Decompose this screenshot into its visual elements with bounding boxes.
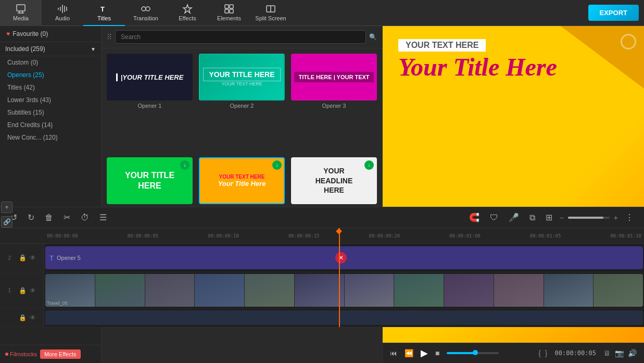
nav-media[interactable]: Media: [0, 0, 42, 26]
preview-main-title: Your Title Here: [398, 55, 557, 80]
track-controls-audio: 🔒 👁: [0, 309, 44, 327]
video-clip-label: Travel_05: [47, 301, 68, 306]
video-frame: [145, 274, 195, 307]
ruler-mark-4: 00:00:00:20: [369, 233, 400, 243]
nav-elements-label: Elements: [217, 15, 241, 21]
opener2-label: Opener 2: [199, 103, 285, 109]
video-frame: [295, 274, 345, 307]
nav-splitscreen[interactable]: Split Screen: [250, 0, 292, 26]
zoom-fill: [568, 217, 603, 219]
split-marker[interactable]: ✕: [335, 252, 347, 264]
drag-handle-icon: ⠿: [107, 33, 112, 41]
sidebar-item-openers[interactable]: Openers (25): [0, 69, 101, 81]
video-frame: Travel_05: [45, 274, 95, 307]
sidebar-item-titles[interactable]: Titles (42): [0, 81, 101, 94]
link-button[interactable]: 🔗: [1, 216, 12, 228]
title-clip-label: Opener 5: [57, 255, 81, 261]
video-frame: [594, 274, 643, 307]
nav-titles-label: Titles: [97, 15, 111, 21]
opener6-text: YOURHEADLINEHERE: [315, 166, 353, 195]
opener5-thumbnail[interactable]: YOUR TEXT HERE Your Title Here ↓: [199, 157, 285, 204]
magnet-button[interactable]: 🧲: [466, 210, 483, 224]
svg-point-3: [146, 7, 150, 11]
track-controls-2: 2 🔒 👁: [0, 244, 44, 272]
timeline: 00:00:00:00 00:00:00:05 00:00:00:10 00:0…: [0, 228, 644, 327]
settings-button[interactable]: ☰: [96, 210, 110, 224]
shield-button[interactable]: 🛡: [487, 211, 501, 224]
list-item[interactable]: |YOUR TITLE HERE Opener 1: [107, 54, 193, 151]
mic-button[interactable]: 🎤: [506, 210, 522, 224]
track-body-title: T Opener 5 ✕: [44, 244, 644, 272]
opener2-thumbnail[interactable]: YOUR TITLE HERE YOUR TEXT HERE: [199, 54, 285, 101]
video-clip[interactable]: Travel_05: [45, 274, 643, 307]
zoom-slider[interactable]: [568, 217, 610, 219]
ruler-mark-5: 00:00:01:00: [449, 233, 481, 243]
delete-button[interactable]: 🗑: [42, 211, 56, 224]
opener5-text: Your Title Here: [218, 180, 266, 187]
sidebar-item-custom[interactable]: Custom (0): [0, 56, 101, 69]
video-frame: [444, 274, 494, 307]
video-frame: [245, 274, 295, 307]
ruler-mark-2: 00:00:00:10: [208, 233, 239, 243]
preview-deco-circle: [621, 34, 636, 49]
list-item[interactable]: TITLE HERE | YOUR TEXT Opener 3: [291, 54, 377, 151]
opener2-subtext: YOUR TEXT HERE: [221, 81, 262, 86]
extend-button[interactable]: ⊞: [542, 210, 555, 224]
sidebar-favourite[interactable]: ♥ Favourite (0): [0, 26, 101, 42]
svg-rect-0: [17, 5, 25, 11]
bottom-section: ↺ ↻ 🗑 ✂ ⏱ ☰ 🧲 🛡 🎤 ⧉ ⊞ − + ⋮ 00:00:00:00 …: [0, 207, 644, 363]
nav-titles[interactable]: T Titles: [83, 0, 125, 26]
nav-elements[interactable]: Elements: [208, 0, 250, 26]
svg-text:T: T: [100, 5, 105, 13]
track-controls-1: 1 🔒 👁: [0, 272, 44, 308]
more-button[interactable]: ⋮: [622, 210, 637, 224]
track-number-2: 2: [8, 255, 16, 261]
zoom-out-icon[interactable]: −: [560, 214, 564, 222]
opener6-thumbnail[interactable]: YOURHEADLINEHERE ↓: [291, 157, 377, 204]
sidebar-item-subtitles[interactable]: Subtitles (15): [0, 106, 101, 119]
opener3-label: Opener 3: [291, 103, 377, 109]
sidebar-item-newconc[interactable]: New Conc... (120): [0, 131, 101, 144]
nav-audio[interactable]: Audio: [42, 0, 83, 26]
track-eye-icon[interactable]: 👁: [30, 254, 36, 261]
svg-rect-5: [225, 5, 229, 8]
opener4-text: YOUR TITLEHERE: [125, 170, 174, 190]
history-button[interactable]: ⏱: [78, 211, 92, 224]
track-body-audio: [44, 309, 644, 327]
search-icon: 🔍: [369, 33, 377, 41]
track-eye-icon-1[interactable]: 👁: [30, 287, 36, 294]
list-item[interactable]: YOUR TITLE HERE YOUR TEXT HERE Opener 2: [199, 54, 285, 151]
timeline-track-audio: 🔒 👁: [0, 309, 644, 327]
opener1-text: |YOUR TITLE HERE: [116, 73, 184, 81]
opener4-thumbnail[interactable]: YOUR TITLEHERE ↓: [107, 157, 193, 204]
track-lock-icon-1[interactable]: 🔒: [19, 287, 27, 294]
video-frame: [195, 274, 245, 307]
audio-clip: [45, 310, 643, 325]
layers-button[interactable]: ⧉: [526, 211, 538, 224]
sidebar-included-section[interactable]: Included (259) ▼: [0, 42, 101, 56]
nav-transition[interactable]: Transition: [125, 0, 167, 26]
add-track-area: + 🔗: [1, 202, 12, 228]
preview-upper-text: YOUR TEXT HERE: [398, 39, 486, 52]
add-track-button[interactable]: +: [1, 202, 12, 213]
ruler-mark-3: 00:00:00:15: [288, 233, 320, 243]
track-lock-icon[interactable]: 🔒: [19, 254, 27, 261]
opener3-thumbnail[interactable]: TITLE HERE | YOUR TEXT: [291, 54, 377, 101]
track-eye-icon-audio[interactable]: 👁: [30, 314, 36, 321]
svg-rect-6: [230, 5, 233, 8]
preview-title-area: YOUR TEXT HERE Your Title Here: [398, 39, 557, 80]
sidebar-item-lower3rds[interactable]: Lower 3rds (43): [0, 94, 101, 106]
nav-audio-label: Audio: [55, 15, 70, 21]
search-input[interactable]: [115, 30, 366, 44]
zoom-in-icon[interactable]: +: [614, 214, 618, 222]
track-lock-icon-audio[interactable]: 🔒: [19, 314, 27, 321]
sidebar-item-endcredits[interactable]: End Credits (14): [0, 119, 101, 131]
cut-button[interactable]: ✂: [60, 210, 73, 224]
nav-effects[interactable]: Effects: [167, 0, 208, 26]
redo-button[interactable]: ↻: [24, 210, 37, 224]
export-button[interactable]: EXPORT: [588, 5, 639, 21]
opener1-thumbnail[interactable]: |YOUR TITLE HERE: [107, 54, 193, 101]
nav-effects-label: Effects: [179, 15, 196, 21]
download-badge: ↓: [180, 160, 190, 170]
track-number-1: 1: [8, 287, 16, 293]
